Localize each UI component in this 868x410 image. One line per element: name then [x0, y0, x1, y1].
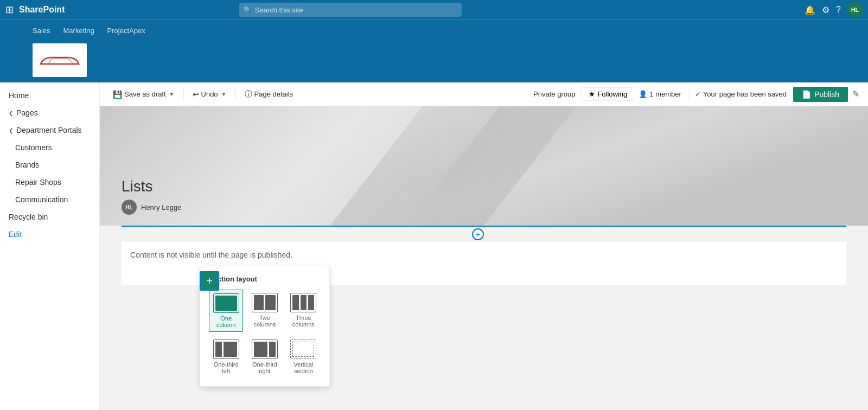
one-third-right-label: One-third right: [251, 361, 278, 374]
logo-car-image: [38, 52, 81, 68]
layout-option-one-third-right[interactable]: One-third right: [247, 336, 282, 377]
publish-label: Publish: [814, 90, 839, 99]
separator-1: [183, 88, 184, 101]
avatar[interactable]: HL: [847, 2, 863, 17]
member-count: 1 member: [649, 90, 681, 98]
main-content: 💾 Save as draft ▼ ↩ Undo ▼ ⓘ Page detail…: [100, 82, 868, 410]
sidebar-item-repair-shops[interactable]: Repair Shops: [0, 174, 99, 191]
one-column-label: One column: [213, 315, 239, 328]
top-bar: ⊞ SharePoint 🔍 🔔 ⚙ ? HL: [0, 0, 868, 20]
sidebar-item-customers[interactable]: Customers: [0, 139, 99, 156]
nav-marketing[interactable]: Marketing: [63, 27, 94, 35]
section-layout-title: Section layout: [209, 275, 321, 283]
sidebar-item-label: Home: [9, 91, 29, 100]
hero-section: Lists HL Henry Legge: [100, 106, 868, 226]
nav-projectapex[interactable]: ProjectApex: [107, 27, 145, 35]
sidebar-item-brands[interactable]: Brands: [0, 156, 99, 174]
sidebar-item-label: Communication: [15, 195, 68, 204]
chevron-icon-dept: ❮: [9, 127, 13, 133]
help-icon[interactable]: ?: [836, 5, 841, 15]
layout-option-vertical-section[interactable]: Vertical section: [286, 336, 321, 377]
page-details-label: Page details: [254, 90, 293, 98]
three-columns-label: Three columns: [290, 315, 317, 328]
star-icon: ★: [589, 90, 595, 98]
chevron-icon-pages: ❮: [9, 110, 13, 116]
publish-icon: 📄: [802, 90, 811, 99]
layout-option-one-third-left[interactable]: One-third left: [209, 336, 243, 377]
separator-3: [688, 88, 688, 101]
app-name: SharePoint: [19, 5, 65, 15]
search-input[interactable]: [255, 6, 457, 14]
sidebar-item-label: Department Portals: [16, 126, 82, 134]
sidebar: Home ❮ Pages ❮ Department Portals Custom…: [0, 82, 100, 410]
search-bar[interactable]: 🔍: [239, 3, 462, 17]
person-icon: 👤: [639, 90, 647, 98]
sidebar-item-label: Pages: [16, 108, 38, 117]
layout-grid: One column Two columns: [209, 290, 321, 377]
saved-text: Your page has been saved: [703, 90, 787, 98]
save-icon: 💾: [113, 90, 122, 99]
sidebar-item-communication[interactable]: Communication: [0, 191, 99, 208]
section-add-divider-circle: +: [472, 228, 484, 240]
one-column-icon: [213, 293, 239, 313]
notification-icon[interactable]: 🔔: [805, 5, 815, 15]
edit-pencil-icon[interactable]: ✎: [852, 89, 859, 99]
logo-area: [0, 41, 868, 82]
content-text: Content is not visible until the page is…: [130, 251, 838, 259]
layout-option-two-columns[interactable]: Two columns: [247, 290, 282, 332]
one-third-right-icon: [252, 339, 278, 359]
sidebar-item-label: Recycle bin: [9, 213, 48, 221]
waffle-icon[interactable]: ⊞: [5, 4, 14, 16]
sidebar-item-label: Brands: [15, 161, 39, 169]
page-title: Lists: [122, 178, 846, 195]
private-group-label: Private group: [533, 90, 575, 98]
undo-icon: ↩: [193, 90, 199, 99]
vertical-section-icon: [290, 339, 316, 359]
save-draft-dropdown[interactable]: ▼: [169, 91, 175, 97]
vertical-section-label: Vertical section: [290, 361, 317, 374]
layout-option-three-columns[interactable]: Three columns: [286, 290, 321, 332]
one-third-left-icon: [213, 339, 239, 359]
author-avatar: HL: [122, 200, 137, 215]
sidebar-item-label: Repair Shops: [15, 178, 61, 187]
undo-dropdown[interactable]: ▼: [221, 91, 227, 97]
one-third-left-label: One-third left: [212, 361, 240, 374]
content-wrapper: Home ❮ Pages ❮ Department Portals Custom…: [0, 82, 868, 410]
sidebar-item-home[interactable]: Home: [0, 87, 99, 104]
author-name: Henry Legge: [141, 203, 181, 212]
search-icon: 🔍: [244, 6, 252, 14]
add-section-button[interactable]: +: [200, 271, 219, 291]
logo-box: [33, 43, 87, 77]
saved-message: ✓ Your page has been saved: [695, 90, 787, 98]
two-columns-label: Two columns: [251, 315, 278, 328]
sidebar-item-pages[interactable]: ❮ Pages: [0, 104, 99, 121]
page-details-button[interactable]: ⓘ Page details: [240, 87, 298, 101]
check-icon: ✓: [695, 90, 701, 98]
undo-button[interactable]: ↩ Undo ▼: [188, 88, 231, 101]
section-divider: +: [122, 226, 846, 242]
top-right-icons: 🔔 ⚙ ? HL: [805, 2, 863, 17]
page-details-icon: ⓘ: [245, 89, 252, 99]
separator-2: [235, 88, 236, 101]
sidebar-item-recycle-bin[interactable]: Recycle bin: [0, 208, 99, 226]
member-info: 👤 1 member: [639, 90, 681, 98]
following-label: Following: [597, 90, 627, 98]
sidebar-item-department-portals[interactable]: ❮ Department Portals: [0, 121, 99, 139]
toolbar-right: Private group ★ Following 👤 1 member ✓ Y…: [533, 87, 859, 102]
edit-toolbar: 💾 Save as draft ▼ ↩ Undo ▼ ⓘ Page detail…: [100, 82, 868, 106]
sidebar-edit-link[interactable]: Edit: [0, 226, 99, 243]
nav-bar: Sales Marketing ProjectApex: [0, 20, 868, 41]
settings-icon[interactable]: ⚙: [822, 5, 829, 15]
undo-label: Undo: [201, 90, 218, 98]
layout-option-one-column[interactable]: One column: [209, 290, 243, 332]
following-button[interactable]: ★ Following: [582, 87, 634, 101]
section-layout-popup: Section layout One column: [200, 266, 330, 387]
sidebar-item-label: Customers: [15, 143, 52, 152]
page-canvas: Lists HL Henry Legge + Content is not vi…: [100, 106, 868, 410]
two-columns-icon: [252, 293, 278, 312]
publish-button[interactable]: 📄 Publish: [793, 87, 848, 102]
save-draft-label: Save as draft: [124, 90, 166, 98]
three-columns-icon: [290, 293, 316, 312]
nav-sales[interactable]: Sales: [33, 27, 50, 35]
save-as-draft-button[interactable]: 💾 Save as draft ▼: [108, 88, 179, 101]
